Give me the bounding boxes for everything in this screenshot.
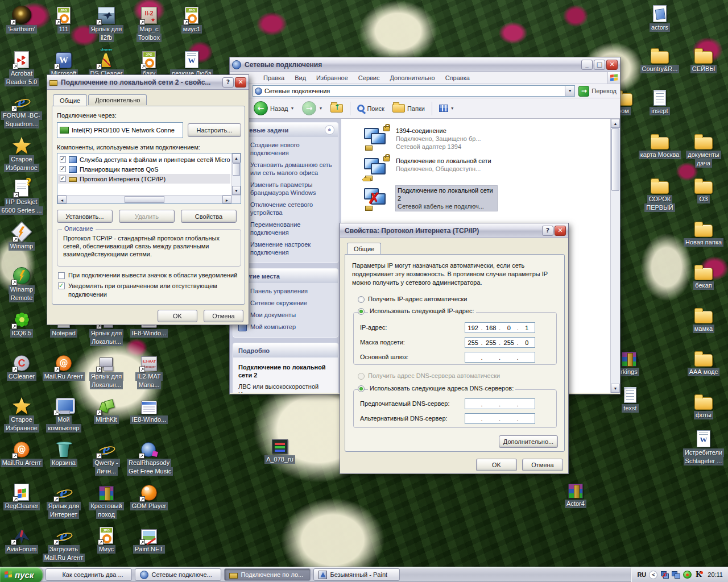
scrollbar-thumb[interactable] <box>233 163 240 176</box>
desktop-icon[interactable]: ↗ЗагрузитьMail.Ru Агент <box>42 523 86 562</box>
desktop-icon[interactable]: ↗Миус <box>84 523 129 554</box>
help-button[interactable]: ? <box>222 77 234 88</box>
scroll-up-icon[interactable]: ▲ <box>232 153 241 163</box>
network-task-item[interactable]: Изменить параметры брандмауэра Windows <box>238 181 336 197</box>
desktop-icon[interactable]: ↗Ярлык дляИнтернет <box>42 480 86 519</box>
connection-item[interactable]: 1394-соединениеПодключено, Защищено бр..… <box>364 126 610 151</box>
other-place-item[interactable]: Панель управления <box>238 287 336 296</box>
agent-tray-icon[interactable] <box>683 571 692 579</box>
language-indicator[interactable]: RU <box>637 571 646 578</box>
other-place-item[interactable]: Мой компьютер <box>238 323 336 331</box>
menu-Избранное[interactable]: Избранное <box>311 74 353 81</box>
network-tray-icon[interactable] <box>672 571 680 579</box>
scroll-right-icon[interactable]: ► <box>222 196 231 203</box>
menu-Сервис[interactable]: Сервис <box>353 74 385 81</box>
component-row[interactable]: Служба доступа к файлам и принтерам сете… <box>58 155 230 164</box>
desktop-icon[interactable]: ↗Mail.Ru Агент <box>42 351 86 381</box>
component-row[interactable]: Протокол Интернета (TCP/IP) <box>58 174 230 184</box>
network-task-item[interactable]: Установить домашнюю сеть или сеть малого… <box>238 161 336 177</box>
desktop-icon[interactable]: документыдача <box>681 129 726 168</box>
close-button[interactable]: ✕ <box>555 226 566 236</box>
ip-address-field[interactable]: 192.168.0.1 <box>465 322 535 333</box>
menu-Дополнительно[interactable]: Дополнительно <box>385 74 440 81</box>
notify-limited-checkbox[interactable] <box>58 282 65 289</box>
chevron-up-icon[interactable]: « <box>325 125 334 135</box>
cancel-button[interactable]: Отмена <box>204 310 243 322</box>
desktop-icon[interactable]: A_078_ru <box>258 434 302 464</box>
connection-item[interactable]: Подключение по локальной сетиПодключено,… <box>364 156 610 181</box>
connection-item[interactable]: ✗Подключение по локальной сети 2Сетевой … <box>364 186 610 211</box>
desktop-icon[interactable]: ОЗ <box>681 173 726 203</box>
go-button[interactable]: → Переход <box>578 86 617 97</box>
desktop-icon[interactable]: ↗Paint.NET <box>127 523 171 554</box>
taskbar-task[interactable]: Как соединить два ... <box>46 568 132 581</box>
desktop-icon[interactable]: ↗Map_cToolbox <box>127 3 171 42</box>
ok-button[interactable]: OK <box>158 310 197 322</box>
desktop-icon[interactable]: ↗Мойкомпьютер <box>42 394 86 433</box>
clock[interactable]: 20:11 <box>706 571 725 578</box>
show-icon-checkbox[interactable] <box>58 272 65 279</box>
tab-general[interactable]: Общие <box>53 94 87 106</box>
desktop-icon[interactable]: ↗Qwerty -Личн... <box>84 437 129 476</box>
desktop-icon[interactable]: ↗Ярлык дляЛокальн... <box>84 351 129 389</box>
desktop-icon[interactable]: ↗ICQ6.5 <box>0 307 44 338</box>
forward-button[interactable]: → ▼ <box>299 100 326 117</box>
desktop-icon[interactable]: ↗DS Cleaner <box>84 48 129 78</box>
desktop-icon[interactable]: СтароеИзбранное <box>0 394 44 433</box>
component-row[interactable]: Планировщик пакетов QoS <box>58 164 230 174</box>
ok-button[interactable]: OK <box>476 459 517 471</box>
minimize-button[interactable]: _ <box>581 60 593 70</box>
dialog-titlebar[interactable]: Свойства: Протокол Интернета (TCP/IP) ? … <box>340 223 568 238</box>
desktop-icon[interactable]: фоты <box>681 389 726 419</box>
desktop-icon[interactable]: ↗'Earthsim' <box>0 3 44 34</box>
subnet-mask-field[interactable]: 255.255.255.0 <box>465 337 535 348</box>
desktop-icon[interactable]: резюме Люба <box>169 48 214 78</box>
desktop-icon[interactable]: СЕЙВЫ <box>681 43 726 73</box>
desktop-icon[interactable]: ↗AcrobatReader 5.0 <box>0 48 44 86</box>
desktop-icon[interactable]: бекап <box>681 260 726 290</box>
taskbar-task[interactable]: Сетевые подключе... <box>135 568 221 581</box>
scroll-up-icon[interactable]: ▲ <box>611 119 620 128</box>
uninstall-button[interactable]: Удалить <box>119 210 175 223</box>
desktop-icon[interactable]: ↗Ярлык дляil2fb <box>84 3 129 42</box>
desktop-icon[interactable]: Корзина <box>42 437 86 467</box>
desktop-icon[interactable]: Country&R... <box>638 43 682 73</box>
cancel-button[interactable]: Отмена <box>522 459 563 471</box>
desktop-icon[interactable]: ↗RealRhapsodyGet Free Music <box>127 437 171 476</box>
desktop-icon[interactable]: ↗HP Deskjet6500 Series ... <box>0 176 44 215</box>
desktop-icon[interactable]: ↗Microsoft <box>42 48 86 78</box>
configure-button[interactable]: Настроить... <box>188 123 241 137</box>
auto-dns-radio[interactable] <box>358 373 365 380</box>
views-button[interactable]: ▼ <box>436 103 458 113</box>
scroll-down-icon[interactable]: ▼ <box>611 384 620 393</box>
desktop-icon[interactable]: ↗Mail.Ru Агент <box>0 437 44 467</box>
desktop-icon[interactable]: ↗AviaForum <box>0 523 44 554</box>
components-listbox[interactable]: Служба доступа к файлам и принтерам сете… <box>57 153 241 204</box>
menu-Справка[interactable]: Справка <box>440 74 475 81</box>
collapse-arrow-icon[interactable]: < <box>649 571 657 579</box>
scrollbar-thumb[interactable] <box>125 196 164 203</box>
taskbar-task[interactable]: Безымянный - Paint <box>313 568 400 581</box>
scroll-down-icon[interactable]: ▼ <box>232 186 241 195</box>
preferred-dns-field[interactable]: ... <box>465 398 535 409</box>
desktop-icon[interactable]: ↗миус1 <box>169 3 214 34</box>
vertical-scrollbar[interactable]: ▲ ▼ <box>610 119 620 393</box>
scroll-left-icon[interactable]: ◄ <box>57 196 67 203</box>
close-button[interactable]: ✕ <box>235 77 246 88</box>
window-titlebar[interactable]: Сетевые подключения _ □ ✕ <box>230 57 620 72</box>
other-place-item[interactable]: Сетевое окружение <box>238 299 336 307</box>
desktop-icon[interactable]: СОРОКПЕРВЫЙ <box>638 173 682 212</box>
desktop-icon[interactable]: ↗Winamp <box>0 221 44 251</box>
details-header[interactable]: Подробно <box>233 343 338 357</box>
tab-general[interactable]: Общие <box>347 243 381 254</box>
components-vscrollbar[interactable]: ▲ ▼ <box>231 153 241 195</box>
component-checkbox[interactable] <box>60 156 66 163</box>
dialog-titlebar[interactable]: Подключение по локальной сети 2 - свойс.… <box>47 75 249 90</box>
search-button[interactable]: Поиск <box>354 103 387 113</box>
desktop-icon[interactable]: ↗MirthKit <box>84 394 129 424</box>
desktop-icon[interactable]: мамка <box>681 303 726 333</box>
address-combo[interactable]: Сетевые подключения ▼ <box>253 85 575 97</box>
desktop-icon[interactable]: IE8-Windo... <box>127 394 171 424</box>
components-hscrollbar[interactable]: ◄ ► <box>57 195 241 203</box>
component-checkbox[interactable] <box>60 176 66 182</box>
